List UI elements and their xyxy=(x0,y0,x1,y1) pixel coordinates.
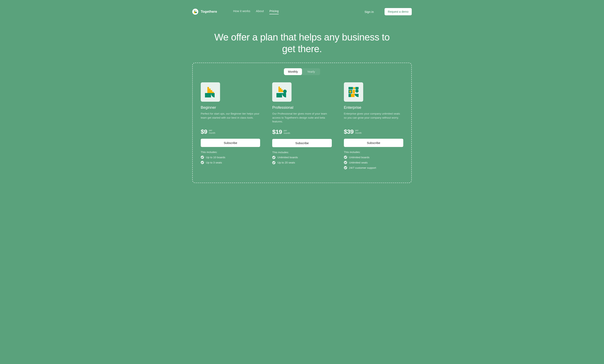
check-icon xyxy=(272,161,276,164)
feature-text: Unlimited boards xyxy=(349,156,369,159)
svg-rect-0 xyxy=(194,12,196,13)
price-amount: $19 xyxy=(272,128,282,135)
subscribe-button[interactable]: Subscribe xyxy=(344,139,403,147)
svg-rect-4 xyxy=(205,93,211,98)
svg-rect-19 xyxy=(355,87,359,89)
price-unit: per month xyxy=(284,129,290,135)
plan-enterprise: Enterprise Enterprise gives your company… xyxy=(344,82,403,171)
plan-description: Perfect for start ups, our Beginner tier… xyxy=(201,112,260,123)
svg-point-12 xyxy=(283,90,287,93)
plan-description: Our Professional tier gives more of your… xyxy=(272,112,332,124)
feature-text: Unlimited seats xyxy=(349,161,368,164)
price-interval: month xyxy=(284,132,290,134)
check-icon xyxy=(272,156,276,159)
svg-rect-10 xyxy=(277,93,282,98)
check-icon xyxy=(201,161,204,164)
pricing-panel: Monthly Yearly Beginner xyxy=(192,63,412,183)
plans-grid: Beginner Perfect for start ups, our Begi… xyxy=(201,82,403,171)
check-icon xyxy=(344,156,347,159)
subscribe-button[interactable]: Subscribe xyxy=(201,139,260,147)
price-interval: month xyxy=(209,132,215,134)
feature-text: Up to 3 seats xyxy=(206,161,222,164)
brand-name: Togethere xyxy=(201,10,217,14)
plan-enterprise-art-icon xyxy=(344,82,363,102)
price-interval: month xyxy=(355,132,362,134)
svg-rect-16 xyxy=(278,91,283,92)
svg-rect-8 xyxy=(207,90,212,92)
plan-price: $19 per month xyxy=(272,128,332,135)
price-amount: $9 xyxy=(201,128,207,135)
price-unit: per month xyxy=(209,129,215,134)
feature-text: Unlimited boards xyxy=(277,156,298,159)
price-per: per xyxy=(209,129,212,131)
price-per: per xyxy=(355,129,359,131)
feature-item: Up to 10 boards xyxy=(201,156,260,159)
toggle-monthly[interactable]: Monthly xyxy=(284,68,302,75)
feature-item: Up to 3 seats xyxy=(201,161,260,164)
plan-professional-art-icon xyxy=(272,82,291,102)
plan-description: Enterprise gives your company unlimited … xyxy=(344,112,403,123)
plan-price: $9 per month xyxy=(201,128,260,135)
brand-logo-icon xyxy=(192,9,198,15)
svg-rect-15 xyxy=(278,89,283,91)
svg-rect-1 xyxy=(196,12,197,13)
feature-list: Unlimited boards Unlimited seats 24/7 cu… xyxy=(344,156,403,169)
nav-item-how-it-works[interactable]: How it works xyxy=(233,9,250,14)
svg-rect-17 xyxy=(349,87,353,89)
signin-link[interactable]: Sign in xyxy=(365,10,374,13)
includes-heading: This includes: xyxy=(344,151,403,154)
nav-item-about[interactable]: About xyxy=(256,9,264,14)
main-nav: How it works About Pricing xyxy=(233,9,279,14)
feature-list: Up to 10 boards Up to 3 seats xyxy=(201,156,260,164)
page-title: We offer a plan that helps any business … xyxy=(211,31,393,55)
brand[interactable]: Togethere xyxy=(192,9,217,15)
plan-beginner-art-icon xyxy=(201,82,220,102)
price-per: per xyxy=(284,129,287,132)
plan-price: $39 per month xyxy=(344,128,403,135)
svg-rect-7 xyxy=(207,88,211,90)
svg-rect-25 xyxy=(351,94,354,97)
feature-list: Unlimited boards Up to 20 seats xyxy=(272,156,332,164)
toggle-yearly[interactable]: Yearly xyxy=(302,68,320,75)
price-amount: $39 xyxy=(344,128,354,135)
svg-point-2 xyxy=(194,11,195,12)
price-unit: per month xyxy=(355,129,362,134)
feature-text: Up to 10 boards xyxy=(206,156,225,159)
includes-heading: This includes: xyxy=(201,151,260,154)
svg-rect-6 xyxy=(207,87,209,88)
feature-item: Unlimited boards xyxy=(272,156,332,159)
request-demo-button[interactable]: Request a demo xyxy=(385,8,412,15)
plan-name: Beginner xyxy=(201,105,260,110)
plan-professional: Professional Our Professional tier gives… xyxy=(272,82,332,171)
svg-rect-14 xyxy=(278,88,281,89)
feature-item: 24/7 customer support xyxy=(344,166,403,169)
plan-name: Enterprise xyxy=(344,105,403,110)
feature-text: Up to 20 seats xyxy=(277,161,295,164)
feature-item: Unlimited seats xyxy=(344,161,403,164)
svg-point-18 xyxy=(353,87,355,89)
check-icon xyxy=(344,166,347,169)
feature-item: Unlimited boards xyxy=(344,156,403,159)
svg-rect-22 xyxy=(349,91,351,93)
feature-item: Up to 20 seats xyxy=(272,161,332,164)
svg-rect-9 xyxy=(207,92,214,93)
nav-item-pricing[interactable]: Pricing xyxy=(269,9,279,14)
includes-heading: This includes: xyxy=(272,151,332,154)
feature-text: 24/7 customer support xyxy=(349,166,376,169)
svg-point-3 xyxy=(196,10,196,11)
check-icon xyxy=(344,161,347,164)
svg-point-20 xyxy=(355,89,359,93)
plan-beginner: Beginner Perfect for start ups, our Begi… xyxy=(201,82,260,171)
check-icon xyxy=(201,156,204,159)
plan-name: Professional xyxy=(272,105,332,110)
subscribe-button[interactable]: Subscribe xyxy=(272,139,332,147)
svg-rect-13 xyxy=(278,87,280,88)
svg-rect-23 xyxy=(352,90,355,93)
site-header: Togethere How it works About Pricing Sig… xyxy=(192,6,412,21)
billing-toggle: Monthly Yearly xyxy=(284,68,320,75)
